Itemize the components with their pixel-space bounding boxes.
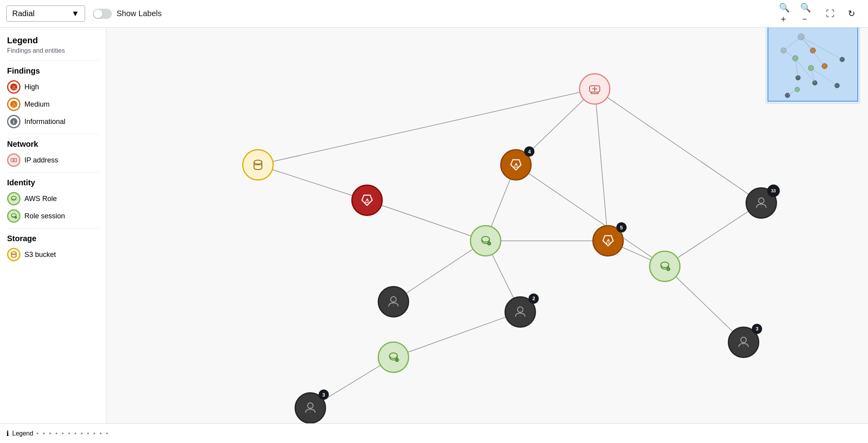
- svg-line-21: [516, 165, 665, 266]
- info-icon: ℹ: [7, 115, 20, 128]
- svg-point-10: [11, 214, 16, 217]
- svg-line-26: [665, 266, 744, 342]
- svg-text:⚠: ⚠: [513, 162, 519, 169]
- svg-line-29: [665, 203, 761, 266]
- svg-line-22: [393, 241, 485, 302]
- awsrole-label: AWS Role: [24, 195, 57, 203]
- legend-panel: Legend Findings and entities Findings ⚠ …: [0, 28, 106, 443]
- rolesession-label: Role session: [24, 212, 65, 220]
- svg-line-19: [367, 200, 485, 241]
- overview-svg: [766, 25, 860, 103]
- graph-node-role1[interactable]: +: [470, 225, 501, 257]
- graph-node-ip1[interactable]: [579, 73, 610, 105]
- legend-item-medium[interactable]: ⚠ Medium: [7, 98, 99, 111]
- legend-item-high[interactable]: ⚠ High: [7, 80, 99, 94]
- ip-icon: [7, 153, 20, 167]
- svg-rect-82: [768, 27, 858, 101]
- awsrole-icon: [7, 192, 20, 205]
- svg-point-36: [254, 160, 262, 164]
- svg-point-44: [661, 262, 669, 268]
- identity-section-title: Identity: [7, 178, 99, 187]
- fit-view-button[interactable]: ⛶: [822, 5, 839, 22]
- svg-text:⚠: ⚠: [12, 85, 16, 90]
- node-badge-session4: 3: [752, 324, 762, 334]
- legend-item-rolesession[interactable]: Role session: [7, 209, 99, 223]
- overview-map[interactable]: [766, 25, 860, 103]
- high-icon: ⚠: [7, 80, 20, 94]
- storage-section-title: Storage: [7, 234, 99, 243]
- legend-subtitle: Findings and entities: [7, 47, 99, 54]
- legend-item-ip[interactable]: IP address: [7, 153, 99, 167]
- zoom-out-button[interactable]: 🔍－: [800, 5, 818, 22]
- ip-label: IP address: [24, 156, 58, 164]
- svg-line-27: [393, 312, 520, 358]
- svg-text:+: +: [668, 268, 669, 271]
- node-badge-session5: 3: [319, 389, 329, 400]
- svg-text:⚠: ⚠: [605, 238, 611, 245]
- graph-node-session1[interactable]: [378, 286, 409, 317]
- main-canvas: ⚠ ⚠ 4 ⚠ 5 + +: [106, 28, 868, 443]
- graph-node-session5[interactable]: 3: [295, 392, 326, 424]
- legend-title: Legend: [7, 35, 99, 46]
- network-section-title: Network: [7, 140, 99, 149]
- legend-item-awsrole[interactable]: AWS Role: [7, 192, 99, 205]
- show-labels-toggle-wrap: Show Labels: [93, 9, 162, 19]
- svg-line-17: [595, 89, 761, 203]
- bottom-info-icon: ℹ: [6, 429, 9, 438]
- layout-dropdown[interactable]: Radial ▼: [6, 6, 85, 22]
- svg-point-41: [482, 236, 490, 242]
- svg-point-12: [11, 252, 16, 254]
- zoom-in-button[interactable]: 🔍＋: [779, 5, 796, 22]
- graph-node-s3bucket[interactable]: [242, 149, 274, 181]
- findings-section-title: Findings: [7, 66, 99, 76]
- graph-node-role2[interactable]: +: [649, 251, 681, 282]
- dropdown-arrow-icon: ▼: [71, 9, 79, 18]
- informational-label: Informational: [24, 118, 65, 126]
- high-label: High: [24, 83, 39, 91]
- medium-icon: ⚠: [7, 98, 20, 111]
- svg-line-16: [595, 89, 608, 241]
- top-bar: Radial ▼ Show Labels 🔍＋ 🔍－ ⛶ ↻: [0, 0, 868, 28]
- graph-node-session2[interactable]: 2: [504, 296, 536, 328]
- legend-item-informational[interactable]: ℹ Informational: [7, 115, 99, 128]
- medium-label: Medium: [24, 100, 50, 109]
- node-badge-session3: 33: [767, 185, 780, 197]
- top-right-toolbar: 🔍＋ 🔍－ ⛶ ↻: [779, 0, 860, 28]
- svg-text:+: +: [396, 359, 398, 362]
- refresh-button[interactable]: ↻: [843, 5, 860, 22]
- layout-value: Radial: [12, 9, 35, 18]
- show-labels-toggle[interactable]: [93, 9, 112, 19]
- svg-point-57: [389, 353, 397, 358]
- s3-icon: [7, 248, 20, 261]
- graph-node-role3[interactable]: +: [378, 341, 409, 373]
- s3-label: S3 bucket: [24, 251, 56, 259]
- node-badge-session2: 2: [529, 293, 539, 304]
- svg-point-11: [15, 216, 17, 219]
- toggle-knob: [94, 9, 102, 18]
- graph-node-session4[interactable]: 3: [728, 327, 759, 358]
- svg-line-18: [258, 165, 367, 200]
- graph-node-session3[interactable]: 33: [746, 187, 777, 219]
- rolesession-icon: [7, 209, 20, 223]
- svg-text:⚠: ⚠: [364, 198, 370, 204]
- graph-node-finding_med2[interactable]: ⚠ 5: [592, 225, 624, 257]
- show-labels-text: Show Labels: [117, 9, 162, 18]
- svg-text:⚠: ⚠: [12, 102, 16, 107]
- svg-point-9: [11, 196, 16, 199]
- node-badge-finding_med2: 5: [616, 222, 627, 233]
- svg-text:+: +: [488, 242, 490, 245]
- graph-node-finding_med1[interactable]: ⚠ 4: [500, 149, 532, 181]
- bottom-legend-label: Legend: [12, 430, 33, 437]
- svg-line-14: [258, 89, 595, 165]
- legend-item-s3[interactable]: S3 bucket: [7, 248, 99, 261]
- bottom-dots-icon: • • • • • • • • • • • •: [36, 430, 109, 437]
- svg-text:ℹ: ℹ: [13, 120, 15, 124]
- bottom-legend-bar: ℹ Legend • • • • • • • • • • • •: [0, 423, 868, 443]
